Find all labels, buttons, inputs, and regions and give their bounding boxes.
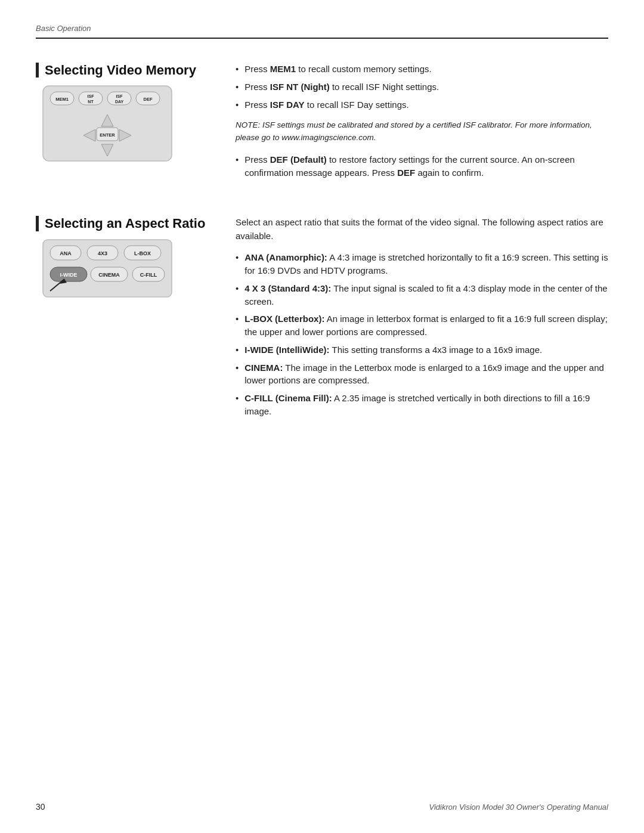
svg-text:MEM1: MEM1 [55,97,69,102]
section2-title: Selecting an Aspect Ratio [45,216,218,231]
section2-left: Selecting an Aspect Ratio ANA 4X3 L-BOX [36,216,218,426]
section1-bullet-def: Press DEF (Default) to restore factory s… [236,153,608,179]
section1-left: Selecting Video Memory MEM1 ISF NT [36,63,218,187]
svg-text:ANA: ANA [60,250,72,256]
page-footer: 30 Vidikron Vision Model 30 Owner's Oper… [0,802,644,812]
svg-text:ENTER: ENTER [100,132,115,138]
bullet-def: Press DEF (Default) to restore factory s… [236,153,608,179]
svg-text:CINEMA: CINEMA [98,272,120,278]
svg-text:4X3: 4X3 [98,250,107,256]
breadcrumb: Basic Operation [36,24,608,33]
page-content: Basic Operation Selecting Video Memory M… [0,0,644,491]
section1-bullet-list: Press MEM1 to recall custom memory setti… [236,63,608,111]
svg-text:L-BOX: L-BOX [134,250,151,256]
svg-text:ISF: ISF [116,94,123,98]
page-number: 30 [36,802,45,812]
svg-text:C-FILL: C-FILL [140,272,157,278]
section1-title: Selecting Video Memory [45,63,218,78]
bullet-mem1: Press MEM1 to recall custom memory setti… [236,63,608,76]
top-divider [36,38,608,39]
svg-text:DEF: DEF [144,97,153,102]
section-aspect-ratio: Selecting an Aspect Ratio ANA 4X3 L-BOX [36,216,608,426]
svg-text:I-WIDE: I-WIDE [60,272,78,278]
remote-svg-2: ANA 4X3 L-BOX I-WIDE CINEMA C [42,239,173,298]
svg-text:DAY: DAY [115,100,123,104]
remote-image-1: MEM1 ISF NT ISF DAY DEF [42,85,218,162]
section2-title-block: Selecting an Aspect Ratio [36,216,218,231]
note-block: NOTE: ISF settings must be calibrated an… [236,119,608,144]
section1-right: Press MEM1 to recall custom memory setti… [218,63,608,187]
section2-intro: Select an aspect ratio that suits the fo… [236,216,608,243]
bullet-ana: ANA (Anamorphic): A 4:3 image is stretch… [236,251,608,277]
svg-text:NT: NT [88,100,94,104]
bullet-isfnt: Press ISF NT (Night) to recall ISF Night… [236,80,608,94]
remote-image-2: ANA 4X3 L-BOX I-WIDE CINEMA C [42,239,218,298]
bullet-iwide: I-WIDE (IntelliWide): This setting trans… [236,343,608,357]
remote-svg-1: MEM1 ISF NT ISF DAY DEF [42,85,173,162]
bullet-cinema: CINEMA: The image in the Letterbox mode … [236,361,608,388]
bullet-lbox: L-BOX (Letterbox): An image in letterbox… [236,312,608,339]
svg-text:ISF: ISF [88,94,95,98]
bullet-4x3: 4 X 3 (Standard 4:3): The input signal i… [236,282,608,308]
footer-title: Vidikron Vision Model 30 Owner's Operati… [429,803,608,812]
bullet-cfill: C-FILL (Cinema Fill): A 2.35 image is st… [236,392,608,418]
section2-right: Select an aspect ratio that suits the fo… [218,216,608,426]
section1-title-block: Selecting Video Memory [36,63,218,78]
section2-bullet-list: ANA (Anamorphic): A 4:3 image is stretch… [236,251,608,417]
section-video-memory: Selecting Video Memory MEM1 ISF NT [36,63,608,187]
bullet-isfday: Press ISF DAY to recall ISF Day settings… [236,98,608,112]
